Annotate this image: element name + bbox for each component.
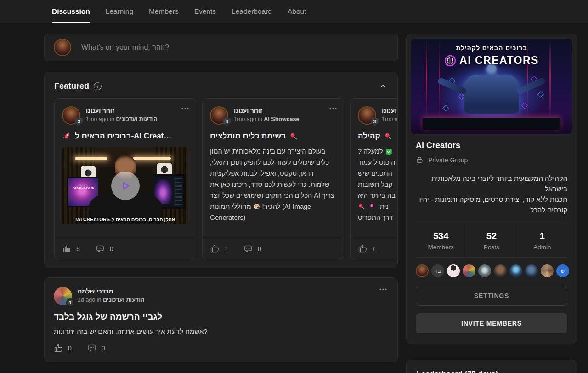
group-banner-image: ברוכים הבאים לקהילת AI CREATORS: [411, 39, 572, 134]
rocket-icon: [62, 132, 71, 141]
like-button[interactable]: 5: [62, 244, 80, 253]
avatar[interactable]: 3: [358, 106, 376, 125]
comment-button[interactable]: 0: [87, 344, 105, 353]
palette-icon: [253, 203, 260, 210]
avatar[interactable]: 3: [210, 106, 228, 125]
settings-button[interactable]: SETTINGS: [416, 286, 567, 306]
tab-members[interactable]: Members: [149, 0, 179, 23]
like-count: 0: [68, 344, 72, 352]
collapse-featured-button[interactable]: [379, 81, 388, 91]
comment-count: 0: [102, 344, 105, 352]
group-privacy: Private Group: [416, 156, 567, 164]
post-category[interactable]: הודעות ועדכונים: [116, 116, 157, 122]
kebab-icon: [329, 107, 337, 110]
level-badge: 3: [371, 117, 379, 126]
thumbs-up-icon: [54, 344, 63, 353]
like-count: 1: [372, 245, 376, 252]
post-meta: 1mo ago in AI Showcase: [234, 116, 299, 122]
invite-members-button[interactable]: INVITE MEMBERS: [416, 313, 567, 333]
post-author[interactable]: זוהר וענונו: [234, 107, 299, 114]
post-title[interactable]: ברוכים הבאים ל-AI Creat…: [62, 132, 188, 141]
leaderboard-title: Leaderboard (30-days): [417, 369, 566, 373]
tab-learning[interactable]: Learning: [106, 0, 133, 23]
post-excerpt: ? למעלה היכנס ל עמוד התכנים שיש קבל תשוב…: [358, 146, 397, 223]
member-avatar-initials[interactable]: בד: [431, 264, 444, 277]
like-button[interactable]: 0: [54, 344, 72, 353]
main-column: What's on your mind, זוהר? Featured i 3 …: [44, 34, 398, 362]
video-caption: אהלן חברים, ברוכים הבאים ל-AI CREATORS!: [62, 217, 188, 222]
round-pin-icon: [368, 203, 375, 210]
level-badge: 3: [223, 117, 231, 126]
featured-card-tools[interactable]: 3 זוהר וענונו 1mo ago in AI Showcase רשי…: [202, 98, 344, 260]
level-badge: 1: [66, 298, 74, 307]
play-button[interactable]: [111, 172, 140, 200]
avatar[interactable]: 3: [62, 106, 80, 125]
member-avatar[interactable]: [494, 264, 507, 277]
like-count: 1: [224, 245, 228, 252]
tab-events[interactable]: Events: [194, 0, 216, 23]
tab-about[interactable]: About: [288, 0, 306, 23]
post-body: אשמח לדעת איך עושים את זה. והאם יש בזה י…: [54, 327, 388, 335]
member-avatar[interactable]: [525, 264, 538, 277]
composer-placeholder: What's on your mind, זוהר?: [81, 43, 169, 52]
member-avatar-initials[interactable]: ש: [556, 264, 569, 277]
banner-logo-row: AI CREATORS: [411, 54, 572, 67]
post-author[interactable]: זוהר וענונו: [86, 107, 158, 114]
featured-section: Featured i 3 זוהר וענונו 1mo ago in הודע…: [44, 72, 398, 268]
member-avatars-row: בד ש: [416, 258, 567, 278]
member-avatar[interactable]: [447, 264, 460, 277]
avatar[interactable]: 1: [54, 287, 72, 305]
check-icon: [385, 148, 392, 155]
like-button[interactable]: 1: [210, 244, 228, 253]
group-description: הקהילה המקצועית ביותר ליוצרי בינה מלאכות…: [416, 173, 567, 215]
member-avatar[interactable]: [416, 264, 429, 277]
more-options-button[interactable]: [379, 288, 387, 291]
brain-logo-icon: [444, 55, 456, 67]
like-count: 5: [76, 245, 80, 252]
like-button[interactable]: 1: [358, 244, 376, 253]
comment-icon: [96, 244, 105, 253]
level-badge: 3: [75, 117, 83, 126]
tab-leaderboard[interactable]: Leaderboard: [232, 0, 272, 23]
member-avatar[interactable]: [541, 264, 554, 277]
video-thumbnail[interactable]: AI CREATORS אהלן חברים, ברוכים הבאים ל-A…: [62, 147, 188, 224]
member-avatar[interactable]: [478, 264, 491, 277]
group-stats: 534 Members 52 Posts 1 Admin: [416, 224, 567, 257]
chevron-up-icon: [379, 81, 388, 91]
more-options-button[interactable]: [181, 107, 189, 110]
featured-card-community[interactable]: 3 זוהר וענונו 1mo ago in הודעות ועדכונים…: [350, 98, 397, 260]
post-title[interactable]: קהילה: [358, 132, 397, 141]
featured-title: Featured: [54, 81, 89, 91]
post-title[interactable]: רשימת כלים מומלצים: [210, 132, 336, 141]
group-title: AI Creators: [416, 141, 567, 150]
member-avatar[interactable]: [463, 264, 475, 277]
post-title[interactable]: לגביי הרשמה של גוגל בלבד: [54, 312, 388, 322]
member-avatar[interactable]: [509, 264, 522, 277]
comment-icon: [87, 344, 96, 353]
current-user-avatar: [54, 39, 71, 56]
lock-icon: [416, 156, 424, 164]
comment-button[interactable]: 0: [96, 244, 113, 253]
stat-posts[interactable]: 52 Posts: [466, 224, 516, 257]
post-card[interactable]: 1 מרדכי שלמה 1d ago in הודעות ועדכונים ל…: [44, 277, 398, 362]
stat-members[interactable]: 534 Members: [416, 224, 466, 257]
more-options-button[interactable]: [329, 107, 337, 110]
post-author[interactable]: מרדכי שלמה: [78, 288, 144, 295]
tab-discussion[interactable]: Discussion: [52, 0, 90, 23]
group-info-card: ברוכים הבאים לקהילת AI CREATORS AI Creat…: [406, 34, 577, 344]
post-composer[interactable]: What's on your mind, זוהר?: [44, 34, 398, 61]
leaderboard-card: Leaderboard (30-days): [406, 360, 577, 373]
post-category[interactable]: AI Showcase: [264, 116, 299, 122]
pushpin-icon: [358, 203, 366, 211]
comment-count: 0: [258, 245, 261, 252]
banner-welcome-text: ברוכים הבאים לקהילת: [411, 45, 572, 52]
post-author[interactable]: זוהר וענונו: [382, 107, 397, 114]
comment-icon: [243, 244, 253, 253]
info-icon[interactable]: i: [94, 82, 102, 90]
featured-card-welcome[interactable]: 3 זוהר וענונו 1mo ago in הודעות ועדכונים…: [54, 98, 196, 260]
banner-logo-text: AI CREATORS: [459, 54, 539, 67]
thumbs-up-icon: [358, 244, 367, 253]
comment-button[interactable]: 0: [243, 244, 261, 253]
post-category[interactable]: הודעות ועדכונים: [103, 297, 144, 303]
stat-admins[interactable]: 1 Admin: [517, 224, 567, 257]
